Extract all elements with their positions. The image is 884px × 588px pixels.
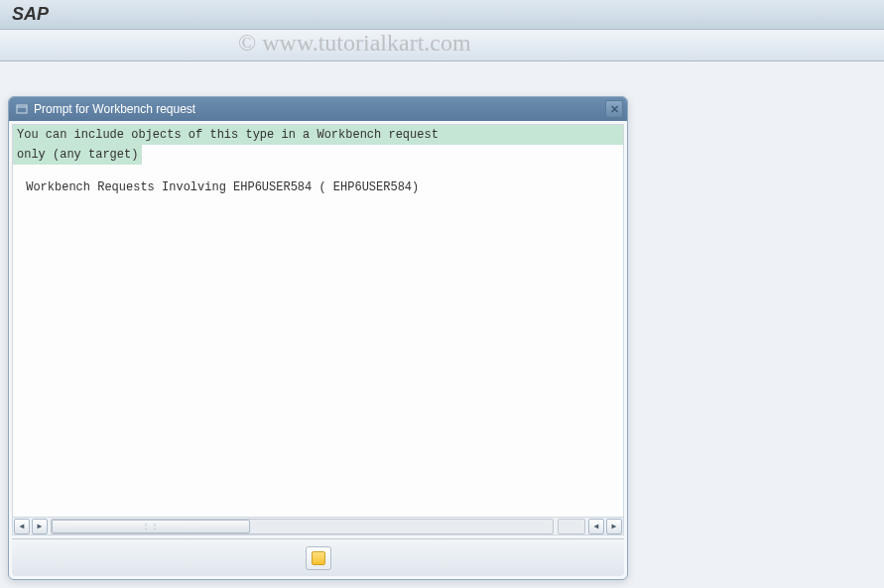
scroll-left-start-button[interactable]: ◀: [14, 519, 30, 534]
triangle-right-icon: ▶: [612, 522, 617, 530]
scroll-left-button[interactable]: ▶: [32, 519, 48, 534]
dialog-content: You can include objects of this type in …: [13, 125, 623, 517]
triangle-right-icon: ▶: [38, 522, 43, 530]
cancel-button[interactable]: [306, 546, 331, 570]
dialog-icon: [15, 102, 29, 116]
main-area: Prompt for Workbench request ✕ You can i…: [0, 61, 884, 588]
scroll-right-button[interactable]: ◀: [588, 519, 604, 534]
close-button[interactable]: ✕: [605, 100, 623, 118]
app-header: SAP: [0, 0, 884, 30]
triangle-left-icon: ◀: [594, 522, 599, 530]
prompt-workbench-dialog: Prompt for Workbench request ✕ You can i…: [8, 96, 628, 580]
scroll-thumb[interactable]: ⋮⋮: [52, 520, 250, 533]
workbench-requests-text: Workbench Requests Involving EHP6USER584…: [13, 178, 623, 196]
info-message-line2: only (any target): [13, 145, 142, 165]
scroll-track[interactable]: ⋮⋮: [51, 519, 554, 534]
scroll-track-right[interactable]: [558, 519, 585, 534]
app-toolbar: [0, 30, 884, 61]
dialog-title: Prompt for Workbench request: [34, 102, 605, 116]
dialog-titlebar: Prompt for Workbench request ✕: [9, 97, 627, 121]
triangle-left-icon: ◀: [20, 522, 25, 530]
horizontal-scrollbar: ◀ ▶ ⋮⋮ ◀ ▶: [13, 517, 623, 534]
scroll-grip-icon: ⋮⋮: [142, 522, 160, 530]
info-message-line1: You can include objects of this type in …: [13, 125, 623, 145]
svg-rect-0: [17, 105, 27, 113]
scroll-right-end-button[interactable]: ▶: [606, 519, 622, 534]
cancel-icon: [312, 551, 325, 565]
dialog-footer: [12, 538, 624, 576]
app-title: SAP: [12, 4, 49, 24]
close-icon: ✕: [610, 103, 619, 116]
info-line2-wrap: only (any target): [13, 145, 623, 165]
dialog-body: You can include objects of this type in …: [12, 124, 624, 535]
